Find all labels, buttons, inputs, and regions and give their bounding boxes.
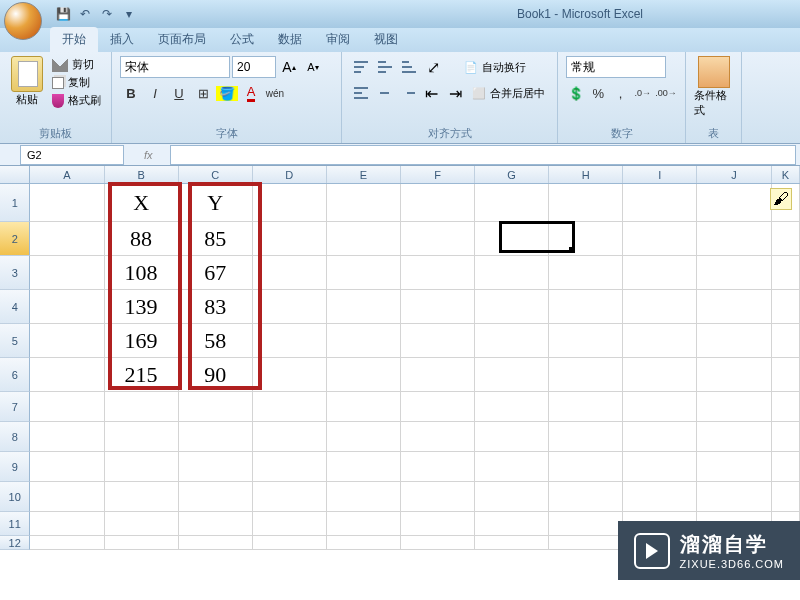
cell-A7[interactable] — [30, 392, 104, 422]
row-header-8[interactable]: 8 — [0, 422, 30, 452]
row-header-12[interactable]: 12 — [0, 536, 30, 550]
cell-F7[interactable] — [401, 392, 475, 422]
cell-G1[interactable] — [475, 184, 549, 222]
increase-indent-button[interactable]: ⇥ — [444, 82, 466, 104]
cell-C2[interactable]: 85 — [179, 222, 253, 256]
tab-review[interactable]: 审阅 — [314, 27, 362, 52]
cell-H2[interactable] — [549, 222, 623, 256]
cell-G12[interactable] — [475, 536, 549, 550]
cell-J2[interactable] — [697, 222, 771, 256]
cell-B2[interactable]: 88 — [105, 222, 179, 256]
cell-J8[interactable] — [697, 422, 771, 452]
align-right-button[interactable] — [397, 82, 419, 104]
cell-E4[interactable] — [327, 290, 401, 324]
align-top-button[interactable] — [350, 56, 372, 78]
cell-B12[interactable] — [105, 536, 179, 550]
fx-button[interactable]: fx — [144, 149, 168, 161]
cell-F8[interactable] — [401, 422, 475, 452]
cell-H3[interactable] — [549, 256, 623, 290]
cell-K8[interactable] — [772, 422, 800, 452]
font-color-button[interactable]: A — [240, 82, 262, 104]
cell-C6[interactable]: 90 — [179, 358, 253, 392]
cell-J6[interactable] — [697, 358, 771, 392]
cell-H6[interactable] — [549, 358, 623, 392]
cell-C9[interactable] — [179, 452, 253, 482]
col-header-I[interactable]: I — [623, 166, 697, 183]
accounting-format-button[interactable]: 💲 — [566, 82, 586, 104]
cell-A9[interactable] — [30, 452, 104, 482]
cell-C12[interactable] — [179, 536, 253, 550]
cell-F5[interactable] — [401, 324, 475, 358]
cell-E5[interactable] — [327, 324, 401, 358]
cell-C5[interactable]: 58 — [179, 324, 253, 358]
cell-H7[interactable] — [549, 392, 623, 422]
cell-E11[interactable] — [327, 512, 401, 536]
cell-A2[interactable] — [30, 222, 104, 256]
cell-E8[interactable] — [327, 422, 401, 452]
cell-D12[interactable] — [253, 536, 327, 550]
number-format-select[interactable] — [566, 56, 666, 78]
align-bottom-button[interactable] — [398, 56, 420, 78]
save-icon[interactable]: 💾 — [54, 5, 72, 23]
cell-B9[interactable] — [105, 452, 179, 482]
row-header-9[interactable]: 9 — [0, 452, 30, 482]
cell-D1[interactable] — [253, 184, 327, 222]
cell-D2[interactable] — [253, 222, 327, 256]
qat-dropdown-icon[interactable]: ▾ — [120, 5, 138, 23]
cell-K10[interactable] — [772, 482, 800, 512]
cell-I9[interactable] — [623, 452, 697, 482]
cell-H4[interactable] — [549, 290, 623, 324]
cell-B3[interactable]: 108 — [105, 256, 179, 290]
align-left-button[interactable] — [350, 82, 372, 104]
cell-G9[interactable] — [475, 452, 549, 482]
underline-button[interactable]: U — [168, 82, 190, 104]
col-header-A[interactable]: A — [30, 166, 104, 183]
cell-G8[interactable] — [475, 422, 549, 452]
cell-A5[interactable] — [30, 324, 104, 358]
cell-I8[interactable] — [623, 422, 697, 452]
cell-B5[interactable]: 169 — [105, 324, 179, 358]
undo-icon[interactable]: ↶ — [76, 5, 94, 23]
cell-H9[interactable] — [549, 452, 623, 482]
font-size-select[interactable] — [232, 56, 276, 78]
cell-K6[interactable] — [772, 358, 800, 392]
cell-A4[interactable] — [30, 290, 104, 324]
cell-I10[interactable] — [623, 482, 697, 512]
cell-C3[interactable]: 67 — [179, 256, 253, 290]
tab-home[interactable]: 开始 — [50, 27, 98, 52]
cell-I4[interactable] — [623, 290, 697, 324]
cell-A11[interactable] — [30, 512, 104, 536]
cell-J9[interactable] — [697, 452, 771, 482]
tab-page-layout[interactable]: 页面布局 — [146, 27, 218, 52]
col-header-J[interactable]: J — [697, 166, 771, 183]
cell-C7[interactable] — [179, 392, 253, 422]
name-box[interactable]: G2 — [20, 145, 124, 165]
align-middle-button[interactable] — [374, 56, 396, 78]
fill-color-button[interactable]: 🪣 — [216, 82, 238, 104]
col-header-C[interactable]: C — [179, 166, 253, 183]
cell-I7[interactable] — [623, 392, 697, 422]
row-header-1[interactable]: 1 — [0, 184, 30, 222]
cell-A8[interactable] — [30, 422, 104, 452]
cell-G3[interactable] — [475, 256, 549, 290]
orientation-button[interactable]: ⤢ — [422, 56, 444, 78]
cell-B7[interactable] — [105, 392, 179, 422]
cell-B6[interactable]: 215 — [105, 358, 179, 392]
cut-button[interactable]: 剪切 — [50, 56, 103, 73]
cell-F6[interactable] — [401, 358, 475, 392]
cell-E10[interactable] — [327, 482, 401, 512]
cell-G6[interactable] — [475, 358, 549, 392]
cell-F4[interactable] — [401, 290, 475, 324]
tab-view[interactable]: 视图 — [362, 27, 410, 52]
cell-I5[interactable] — [623, 324, 697, 358]
cell-A3[interactable] — [30, 256, 104, 290]
cell-C11[interactable] — [179, 512, 253, 536]
cell-A6[interactable] — [30, 358, 104, 392]
cell-K3[interactable] — [772, 256, 800, 290]
cell-B10[interactable] — [105, 482, 179, 512]
cell-G7[interactable] — [475, 392, 549, 422]
cell-G10[interactable] — [475, 482, 549, 512]
cell-C1[interactable]: Y — [179, 184, 253, 222]
shrink-font-button[interactable]: A▾ — [302, 56, 324, 78]
cell-A10[interactable] — [30, 482, 104, 512]
